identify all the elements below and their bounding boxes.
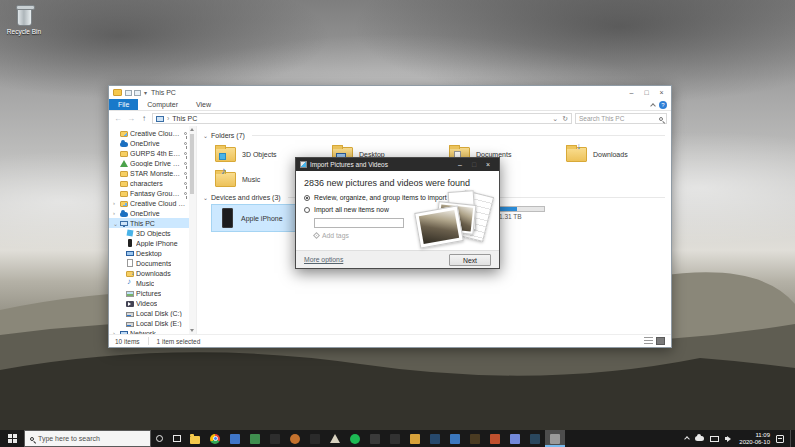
qat-properties-icon[interactable] bbox=[125, 90, 132, 96]
ribbon-tab[interactable]: View bbox=[187, 99, 220, 110]
display-tray-icon[interactable] bbox=[710, 436, 719, 442]
sidebar-item[interactable]: Pictures bbox=[109, 288, 196, 298]
expand-caret-icon[interactable]: › bbox=[113, 200, 118, 206]
minimize-button[interactable]: – bbox=[624, 87, 639, 99]
taskbar-app[interactable] bbox=[405, 430, 425, 447]
sidebar-item[interactable]: Downloads bbox=[109, 268, 196, 278]
taskbar-app[interactable] bbox=[465, 430, 485, 447]
cortana-button[interactable] bbox=[151, 435, 168, 442]
sidebar-item[interactable]: OneDrive bbox=[109, 138, 196, 148]
taskbar-app[interactable] bbox=[285, 430, 305, 447]
ribbon-tab[interactable]: File bbox=[109, 99, 138, 110]
hidden-icons-chevron-icon[interactable] bbox=[684, 436, 690, 442]
drive-tile-partial[interactable]: 1.31 TB bbox=[493, 206, 563, 220]
scroll-up-icon[interactable] bbox=[190, 128, 194, 131]
task-view-button[interactable] bbox=[168, 435, 185, 442]
sidebar-item[interactable]: Desktop bbox=[109, 248, 196, 258]
help-icon[interactable]: ? bbox=[659, 101, 667, 109]
radio-icon[interactable] bbox=[304, 195, 310, 201]
sidebar-item[interactable]: Local Disk (C:) bbox=[109, 308, 196, 318]
sidebar-item[interactable]: Videos bbox=[109, 298, 196, 308]
app-icon bbox=[390, 434, 400, 444]
ribbon-tab[interactable]: Computer bbox=[138, 99, 187, 110]
expand-caret-icon[interactable]: › bbox=[113, 210, 118, 216]
show-desktop-button[interactable] bbox=[790, 430, 793, 447]
sidebar-item[interactable]: STAR Monster Hunters S... bbox=[109, 168, 196, 178]
list-view-icon[interactable] bbox=[644, 337, 653, 345]
sidebar-item[interactable]: GURPS 4th Edition bbox=[109, 148, 196, 158]
address-bar[interactable]: › This PC ⌄ ↻ bbox=[152, 113, 572, 124]
sidebar-item[interactable]: › Creative Cloud Files bbox=[109, 198, 196, 208]
expand-caret-icon[interactable]: › bbox=[113, 330, 118, 334]
radio-icon[interactable] bbox=[304, 207, 310, 213]
address-dropdown-icon[interactable]: ⌄ bbox=[552, 115, 558, 123]
explorer-titlebar[interactable]: ▾ This PC – □ × bbox=[109, 86, 671, 99]
sidebar-item[interactable]: ⌄ This PC bbox=[109, 218, 196, 228]
dialog-titlebar[interactable]: Import Pictures and Videos – □ × bbox=[296, 158, 499, 171]
taskbar-app[interactable] bbox=[245, 430, 265, 447]
taskbar-app[interactable] bbox=[545, 430, 565, 447]
thumbnail-view-icon[interactable] bbox=[656, 337, 665, 345]
taskbar-app[interactable] bbox=[505, 430, 525, 447]
up-icon[interactable]: ↑ bbox=[139, 114, 149, 123]
tag-input[interactable] bbox=[314, 218, 404, 228]
taskbar-app[interactable] bbox=[205, 430, 225, 447]
search-placeholder: Search This PC bbox=[579, 115, 659, 122]
taskbar-app[interactable] bbox=[325, 430, 345, 447]
taskbar-app[interactable] bbox=[265, 430, 285, 447]
taskbar-app[interactable] bbox=[185, 430, 205, 447]
taskbar-app[interactable] bbox=[485, 430, 505, 447]
sidebar-item[interactable]: › OneDrive bbox=[109, 208, 196, 218]
taskbar-app[interactable] bbox=[365, 430, 385, 447]
sidebar-scrollbar[interactable] bbox=[189, 126, 196, 334]
sidebar-item[interactable]: › Network bbox=[109, 328, 196, 334]
scroll-down-icon[interactable] bbox=[190, 329, 194, 332]
pin-icon bbox=[184, 142, 187, 145]
volume-tray-icon[interactable] bbox=[725, 435, 733, 443]
sidebar-item[interactable]: Apple iPhone bbox=[109, 238, 196, 248]
qat-newfolder-icon[interactable] bbox=[134, 90, 141, 96]
close-button[interactable]: × bbox=[654, 87, 669, 99]
dialog-minimize-button[interactable]: – bbox=[453, 158, 467, 171]
taskbar-app[interactable] bbox=[445, 430, 465, 447]
refresh-icon[interactable]: ↻ bbox=[562, 115, 568, 123]
scrollbar-thumb[interactable] bbox=[190, 134, 194, 194]
start-button[interactable] bbox=[0, 430, 24, 447]
taskbar-app[interactable] bbox=[345, 430, 365, 447]
sidebar-item[interactable]: Music bbox=[109, 278, 196, 288]
maximize-button[interactable]: □ bbox=[639, 87, 654, 99]
qat-customize-chevron-icon[interactable]: ▾ bbox=[144, 89, 147, 96]
group-chevron-icon[interactable]: ⌄ bbox=[203, 194, 208, 201]
taskbar-app[interactable] bbox=[525, 430, 545, 447]
recycle-bin[interactable]: Recycle Bin bbox=[4, 7, 44, 35]
taskbar-app[interactable] bbox=[385, 430, 405, 447]
group-chevron-icon[interactable]: ⌄ bbox=[203, 132, 208, 139]
folder-tile[interactable]: Downloads bbox=[562, 142, 671, 167]
sidebar-item[interactable]: Google Drive (cthomas... bbox=[109, 158, 196, 168]
sidebar-item[interactable]: Fantasy Grounds bbox=[109, 188, 196, 198]
sidebar-item[interactable]: 3D Objects bbox=[109, 228, 196, 238]
sidebar-item[interactable]: Documents bbox=[109, 258, 196, 268]
onedrive-tray-icon[interactable] bbox=[695, 436, 704, 441]
sidebar-item[interactable]: Local Disk (E:) bbox=[109, 318, 196, 328]
sidebar-item-icon bbox=[127, 259, 133, 267]
folders-group-header[interactable]: ⌄ Folders (7) bbox=[203, 132, 665, 139]
taskbar-search[interactable]: Type here to search bbox=[24, 430, 151, 447]
forward-icon[interactable]: → bbox=[126, 114, 136, 123]
action-center-icon[interactable] bbox=[776, 435, 784, 443]
app-icon bbox=[430, 434, 440, 444]
search-box[interactable]: Search This PC bbox=[575, 113, 667, 124]
expand-caret-icon[interactable]: ⌄ bbox=[113, 220, 118, 227]
more-options-link[interactable]: More options bbox=[304, 256, 343, 263]
ribbon-collapse-icon[interactable] bbox=[650, 103, 656, 109]
taskbar-app[interactable] bbox=[225, 430, 245, 447]
taskbar-app[interactable] bbox=[305, 430, 325, 447]
taskbar-clock[interactable]: 11:09 2020-06-10 bbox=[739, 432, 770, 446]
sidebar-item-icon bbox=[120, 160, 128, 167]
dialog-close-button[interactable]: × bbox=[481, 158, 495, 171]
sidebar-item[interactable]: characters bbox=[109, 178, 196, 188]
taskbar-app[interactable] bbox=[425, 430, 445, 447]
back-icon[interactable]: ← bbox=[113, 114, 123, 123]
breadcrumb[interactable]: This PC bbox=[172, 115, 197, 122]
sidebar-item[interactable]: Creative Cloud Files bbox=[109, 128, 196, 138]
